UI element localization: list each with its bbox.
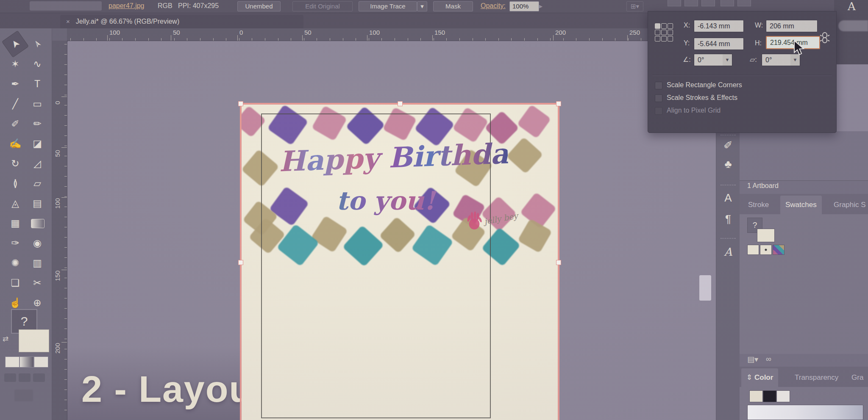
rectangle-tool[interactable]: ▭ <box>28 94 47 113</box>
selection-handle[interactable] <box>556 101 561 106</box>
scale-tool[interactable]: ◿ <box>28 154 47 173</box>
video-caption: 2 - Layout <box>81 368 266 411</box>
panel-button-fragment[interactable] <box>838 20 868 31</box>
align-icon-partial[interactable] <box>684 0 698 6</box>
magic-wand-tool[interactable]: ✶ <box>6 55 25 73</box>
shaper-tool[interactable]: ✍ <box>6 134 25 153</box>
glyphs-panel-icon[interactable]: A <box>716 246 740 258</box>
color-black-swatch[interactable] <box>763 390 776 402</box>
tab-graphic-styles[interactable]: Graphic S <box>829 196 868 214</box>
draw-normal-button[interactable] <box>4 373 16 382</box>
eraser-tool[interactable]: ◪ <box>28 134 47 153</box>
edit-original-button[interactable]: Edit Original <box>292 1 353 11</box>
selection-handle[interactable] <box>238 101 243 106</box>
opacity-stepper[interactable]: ▸ <box>539 2 542 10</box>
checkbox-box[interactable] <box>655 82 662 89</box>
show-swatch-kinds-icon[interactable]: ∞ <box>766 355 771 364</box>
ruler-label: 50 <box>173 29 180 36</box>
direct-selection-tool[interactable]: ➢ <box>24 31 50 57</box>
tab-swatches[interactable]: Swatches <box>780 196 822 214</box>
linked-file-name[interactable]: paper47.jpg <box>108 2 145 10</box>
shear-field[interactable]: 0° <box>762 54 791 66</box>
constrain-proportions-icon[interactable] <box>819 28 830 50</box>
line-segment-tool[interactable]: ╱ <box>6 94 25 113</box>
tab-color[interactable]: ⇕ Color <box>741 368 778 387</box>
align-icon-partial[interactable] <box>668 0 681 6</box>
mesh-tool[interactable]: ▦ <box>6 214 25 232</box>
selection-handle[interactable] <box>556 260 561 265</box>
color-white-swatch[interactable] <box>776 390 790 402</box>
close-tab-icon[interactable]: × <box>66 18 70 25</box>
screen-mode-button[interactable] <box>14 390 33 401</box>
gradient-tool[interactable] <box>31 219 45 228</box>
selection-bounding-box[interactable] <box>240 103 559 420</box>
rotate-field[interactable]: 0° <box>694 54 723 66</box>
partial-button[interactable] <box>30 1 102 11</box>
character-styles-panel-icon[interactable]: A <box>716 191 740 204</box>
symbols-panel-icon[interactable]: ♣ <box>716 158 740 171</box>
image-trace-button[interactable]: Image Trace <box>359 1 417 11</box>
ruler-label: 100 <box>109 29 120 36</box>
color-mode-button[interactable] <box>5 356 19 368</box>
x-field[interactable]: -6.143 mm <box>694 20 744 32</box>
appearance-panel-icon[interactable]: A <box>848 0 856 13</box>
brushes-panel-icon[interactable]: ✐ <box>716 139 740 152</box>
pencil-tool[interactable]: ✏ <box>28 114 47 133</box>
draw-behind-button[interactable] <box>19 373 31 382</box>
pattern-swatch[interactable] <box>773 245 785 255</box>
selection-handle[interactable] <box>398 101 403 106</box>
opacity-field[interactable]: 100% <box>509 1 539 11</box>
ruler-label: 250 <box>629 29 640 36</box>
rotate-tool[interactable]: ↻ <box>6 154 25 173</box>
collapse-icon[interactable]: ⇕ <box>746 373 752 381</box>
perspective-grid-tool[interactable]: ▤ <box>28 194 47 213</box>
tab-transparency[interactable]: Transparency <box>790 368 843 387</box>
selection-tool[interactable]: ➤ <box>2 31 28 57</box>
swap-fill-stroke-icon[interactable]: ⇄ <box>3 334 13 345</box>
selection-handle[interactable] <box>238 260 243 265</box>
tab-stroke[interactable]: Stroke <box>743 196 774 214</box>
scrollbar-fragment[interactable] <box>699 275 711 301</box>
opacity-label[interactable]: Opacity: <box>481 2 506 10</box>
reference-point-locator[interactable] <box>655 23 673 42</box>
checkbox-box[interactable] <box>655 94 662 102</box>
paintbrush-tool[interactable]: ✐ <box>6 114 25 133</box>
y-field[interactable]: -5.644 mm <box>694 38 744 50</box>
stroke-swatch-none[interactable] <box>19 329 49 352</box>
none-swatch-small[interactable] <box>747 245 759 255</box>
pen-tool[interactable]: ✒ <box>6 75 25 93</box>
lasso-tool[interactable]: ∿ <box>28 55 47 73</box>
column-graph-tool[interactable]: ▥ <box>28 254 47 272</box>
paragraph-styles-panel-icon[interactable]: ¶ <box>716 213 740 226</box>
h-field[interactable]: 219.454 mm <box>766 36 820 49</box>
unembed-button[interactable]: Unembed <box>237 1 281 11</box>
type-tool[interactable]: T <box>28 75 47 93</box>
mask-button[interactable]: Mask <box>433 1 473 11</box>
rotate-dropdown[interactable]: ▼ <box>723 54 732 66</box>
swatch-libraries-icon[interactable]: ▤▾ <box>747 355 758 364</box>
none-swatch[interactable] <box>757 229 775 242</box>
align-icon-partial[interactable] <box>737 0 751 6</box>
eyedropper-tool[interactable]: ✑ <box>6 234 25 252</box>
draw-inside-button[interactable] <box>33 373 45 382</box>
align-icon-partial[interactable] <box>701 0 715 6</box>
gradient-mode-button[interactable] <box>19 356 34 368</box>
none-mode-button[interactable] <box>34 356 48 368</box>
image-trace-dropdown[interactable]: ▾ <box>417 1 427 11</box>
blend-tool[interactable]: ◉ <box>28 234 47 252</box>
registration-swatch[interactable] <box>760 245 772 255</box>
shape-builder-tool[interactable]: ◬ <box>6 194 25 213</box>
width-tool[interactable]: ≬ <box>6 174 25 193</box>
slice-tool[interactable]: ✂ <box>28 274 47 292</box>
align-icon-partial[interactable] <box>721 0 734 6</box>
document-tab[interactable]: ×Jelly.ai* @ 66.67% (RGB/Preview) <box>60 15 303 28</box>
color-spectrum-bar[interactable] <box>747 405 863 420</box>
artboard-tool[interactable]: ❏ <box>6 274 25 292</box>
panel-menu-button[interactable]: ⊞▾ <box>626 1 643 11</box>
color-none-swatch[interactable] <box>749 390 763 402</box>
free-transform-tool[interactable]: ▱ <box>28 174 47 193</box>
w-field[interactable]: 206 mm <box>766 20 818 32</box>
panel-divider <box>652 75 832 75</box>
tab-gradient[interactable]: Gra <box>846 368 868 387</box>
symbol-sprayer-tool[interactable]: ✺ <box>6 254 25 272</box>
